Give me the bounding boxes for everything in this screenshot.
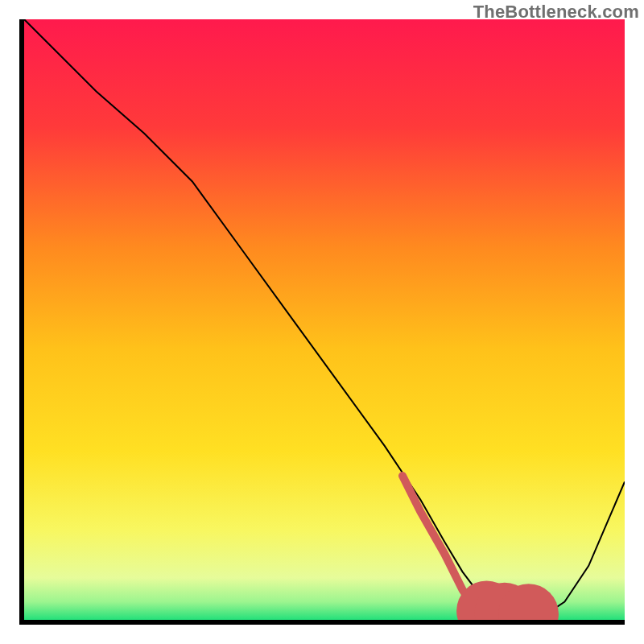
chart-frame: TheBottleneck.com bbox=[0, 0, 644, 644]
plot-area bbox=[24, 19, 625, 620]
heatmap-background bbox=[24, 19, 625, 620]
plot-svg bbox=[24, 19, 625, 620]
